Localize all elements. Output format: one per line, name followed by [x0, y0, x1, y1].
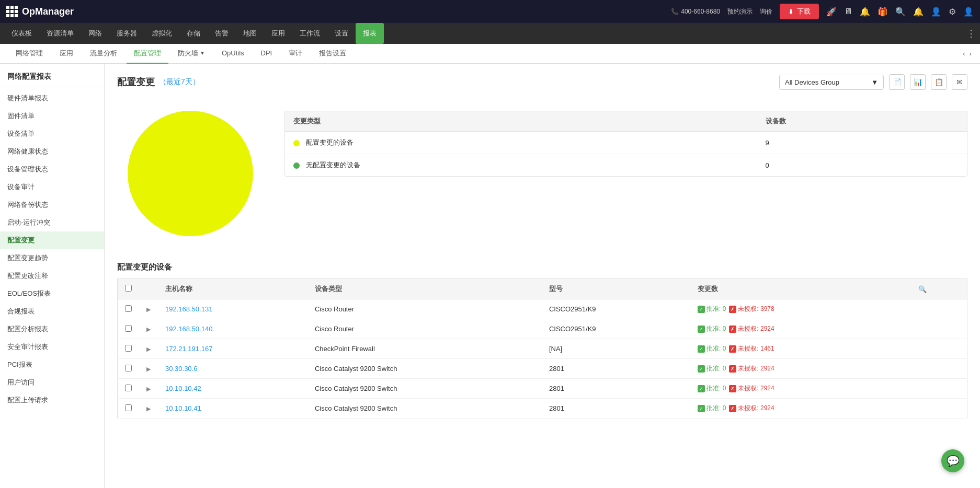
sidebar-item-device-audit[interactable]: 设备审计: [0, 178, 104, 196]
subnav-forward-icon[interactable]: ›: [970, 50, 972, 57]
expand-arrow-3[interactable]: ▶: [146, 346, 151, 352]
sidebar-item-config-change[interactable]: 配置变更: [0, 231, 104, 249]
rocket-icon[interactable]: 🚀: [826, 7, 837, 17]
subnav-audit[interactable]: 审计: [281, 44, 310, 64]
device-group-select[interactable]: All Devices Group ▼: [779, 75, 884, 90]
subnav-config[interactable]: 配置管理: [127, 44, 168, 64]
nav-more-icon[interactable]: ⋮: [966, 28, 976, 39]
row-ip-5[interactable]: 10.10.10.42: [158, 379, 307, 399]
user-icon[interactable]: 👤: [931, 7, 941, 17]
unauthorized-badge-5: ✗未授权: 2924: [729, 384, 774, 393]
firewall-dropdown-icon: ▼: [200, 50, 205, 56]
nav-apps[interactable]: 应用: [264, 23, 292, 44]
sub-nav: 网络管理 应用 流量分析 配置管理 防火墙 ▼ OpUtils DPI 审计 报…: [0, 44, 980, 64]
sidebar-item-device-mgmt[interactable]: 设备管理状态: [0, 160, 104, 178]
monitor-icon[interactable]: 🖥: [844, 7, 852, 16]
expand-arrow-4[interactable]: ▶: [146, 366, 151, 372]
fab-icon: 💬: [947, 455, 960, 467]
legend-row-unchanged: 无配置变更的设备 0: [285, 154, 967, 177]
table-search-icon[interactable]: 🔍: [918, 285, 927, 293]
sidebar-item-eol[interactable]: EOL/EOS报表: [0, 285, 104, 303]
nav-dashboard[interactable]: 仪表板: [4, 23, 39, 44]
sidebar-item-backup[interactable]: 网络备份状态: [0, 196, 104, 214]
legend-col-count: 设备数: [757, 111, 967, 132]
row-ip-6[interactable]: 10.10.10.41: [158, 399, 307, 419]
phone-number: 400-660-8680: [681, 8, 720, 15]
sidebar-item-firmware[interactable]: 固件清单: [0, 107, 104, 125]
nav-network[interactable]: 网络: [81, 23, 109, 44]
legend-changed-count: 9: [757, 132, 967, 154]
notification-icon[interactable]: 🔔: [913, 7, 924, 17]
nav-virtual[interactable]: 虚拟化: [144, 23, 179, 44]
pdf-export-button[interactable]: 📄: [889, 74, 905, 90]
sidebar-item-config-trend[interactable]: 配置变更趋势: [0, 249, 104, 267]
nav-workflow[interactable]: 工作流: [292, 23, 327, 44]
row-checkbox-2[interactable]: [125, 325, 132, 332]
settings-icon[interactable]: ⚙: [949, 7, 956, 17]
sidebar-item-hardware[interactable]: 硬件清单报表: [0, 89, 104, 107]
legend-unchanged-label: 无配置变更的设备: [306, 161, 360, 169]
app-logo[interactable]: OpManager: [6, 6, 74, 17]
download-button[interactable]: ⬇ 下载: [780, 4, 819, 19]
nav-server[interactable]: 服务器: [109, 23, 144, 44]
green-dot-icon: [293, 162, 300, 169]
row-checkbox-5[interactable]: [125, 385, 132, 391]
email-button[interactable]: ✉: [952, 74, 967, 90]
nav-inventory[interactable]: 资源清单: [39, 23, 81, 44]
row-model-2: CISCO2951/K9: [542, 319, 690, 339]
row-ip-3[interactable]: 172.21.191.167: [158, 339, 307, 359]
subnav-firewall[interactable]: 防火墙 ▼: [170, 44, 212, 64]
subnav-back-icon[interactable]: ‹: [963, 50, 965, 57]
unauthorized-icon-5: ✗: [729, 385, 736, 392]
row-checkbox-6[interactable]: [125, 404, 132, 411]
gift-icon[interactable]: 🎁: [878, 7, 888, 17]
profile-icon[interactable]: 👤: [963, 7, 974, 17]
pricing-link[interactable]: 询价: [760, 7, 772, 16]
csv-export-button[interactable]: 📋: [931, 74, 947, 90]
table-row: ▶ 10.10.10.41 Cisco Catalyst 9200 Switch…: [118, 399, 967, 419]
legend-table: 变更类型 设备数 配置变更的设备 9: [284, 111, 967, 177]
subnav-network-mgmt[interactable]: 网络管理: [8, 44, 50, 64]
sidebar-title: 网络配置报表: [0, 64, 104, 87]
sidebar-item-config-analysis[interactable]: 配置分析报表: [0, 320, 104, 338]
expand-arrow-2[interactable]: ▶: [146, 326, 151, 332]
nav-settings[interactable]: 设置: [327, 23, 356, 44]
expand-arrow-5[interactable]: ▶: [146, 386, 151, 392]
xls-export-button[interactable]: 📊: [910, 74, 926, 90]
sidebar-item-startup-conflict[interactable]: 启动-运行冲突: [0, 214, 104, 231]
bell-icon[interactable]: 🔔: [860, 7, 870, 17]
sidebar-item-config-upload[interactable]: 配置上传请求: [0, 391, 104, 409]
unauthorized-icon-2: ✗: [729, 326, 736, 333]
nav-alerts[interactable]: 告警: [208, 23, 236, 44]
fab-button[interactable]: 💬: [941, 449, 964, 472]
subnav-apps[interactable]: 应用: [52, 44, 81, 64]
col-search: 🔍: [911, 279, 967, 299]
expand-arrow-1[interactable]: ▶: [146, 306, 151, 312]
nav-reports[interactable]: 报表: [356, 23, 384, 44]
sidebar-item-config-notes[interactable]: 配置更改注释: [0, 267, 104, 285]
sidebar-item-network-health[interactable]: 网络健康状态: [0, 143, 104, 160]
row-ip-2[interactable]: 192.168.50.140: [158, 319, 307, 339]
sidebar-item-device-list[interactable]: 设备清单: [0, 125, 104, 143]
nav-storage[interactable]: 存储: [179, 23, 208, 44]
subnav-flow[interactable]: 流量分析: [83, 44, 124, 64]
subnav-report-settings[interactable]: 报告设置: [312, 44, 354, 64]
subnav-oputils[interactable]: OpUtils: [214, 44, 252, 64]
nav-map[interactable]: 地图: [236, 23, 264, 44]
expand-arrow-6[interactable]: ▶: [146, 405, 151, 412]
row-ip-1[interactable]: 192.168.50.131: [158, 299, 307, 319]
col-model: 型号: [542, 279, 690, 299]
row-checkbox-1[interactable]: [125, 305, 132, 312]
pdf-icon: 📄: [893, 78, 902, 86]
select-all-checkbox[interactable]: [125, 285, 132, 292]
row-checkbox-3[interactable]: [125, 345, 132, 352]
sidebar-item-compliance[interactable]: 合规报表: [0, 303, 104, 320]
sidebar-item-security-audit[interactable]: 安全审计报表: [0, 338, 104, 356]
demo-link[interactable]: 预约演示: [727, 7, 753, 16]
search-icon[interactable]: 🔍: [895, 7, 906, 17]
sidebar-item-pci[interactable]: PCI报表: [0, 356, 104, 374]
row-checkbox-4[interactable]: [125, 365, 132, 371]
row-ip-4[interactable]: 30.30.30.6: [158, 359, 307, 379]
subnav-dpi[interactable]: DPI: [254, 44, 280, 64]
sidebar-item-user-access[interactable]: 用户访问: [0, 374, 104, 391]
